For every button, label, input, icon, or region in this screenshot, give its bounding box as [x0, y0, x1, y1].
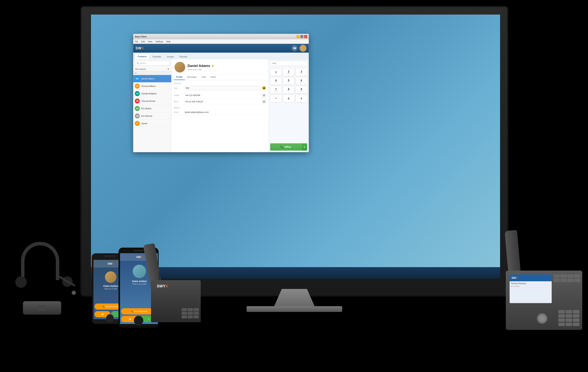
- contact-avatar-daniel: D: [135, 121, 140, 126]
- contact-quote: 'Give me a call.': [188, 68, 265, 71]
- ip-phone-body: SWX Thomas Pearsons 02.11.2014: [506, 271, 582, 330]
- main-content: 🔍 Search All contacts ▼ A DA: [133, 59, 309, 152]
- office-action-button[interactable]: ☎: [262, 99, 266, 104]
- dial-key-0[interactable]: 0: [283, 95, 294, 102]
- desk-phone-keypad: [182, 308, 199, 318]
- ip-phone-screen: SWX Thomas Pearsons 02.11.2014: [510, 274, 552, 303]
- dial-key-4[interactable]: 4 GHI: [270, 77, 282, 85]
- contact-name-daniel-adams: Daniel Adams: [141, 77, 154, 80]
- contact-item-thomas-brown[interactable]: TB Thomas Brown: [133, 98, 171, 105]
- dial-key-2-num: 2: [288, 70, 289, 73]
- detail-tab-messages[interactable]: Messages: [185, 74, 199, 80]
- office-value: +44 12 345 678123: [185, 100, 260, 103]
- contact-item-daniel-adams[interactable]: DA Daniel Adams: [133, 75, 171, 82]
- contact-avatar-daniel-adams: DA: [135, 76, 140, 81]
- user-avatar-button[interactable]: [300, 45, 306, 52]
- contact-name-daniel: Daniel: [141, 122, 147, 125]
- phone-status-icon[interactable]: ☎: [292, 45, 298, 51]
- contact-name-thomas-brown: Thomas Brown: [141, 100, 155, 102]
- dialpad-panel: 1 2 ABC 3 DEF: [269, 59, 309, 152]
- maximize-button[interactable]: □: [300, 35, 303, 38]
- dial-key-7-num: 7: [275, 88, 277, 90]
- contact-item-thomas-allison[interactable]: TA Thomas Allison: [133, 82, 171, 90]
- email-section-label: Email: [174, 107, 266, 109]
- call-dropdown-button[interactable]: ▾: [302, 143, 307, 151]
- ip-screen-header: SWX: [510, 274, 552, 281]
- mobile-label: mobile: [174, 94, 183, 97]
- phone-call-icon: 📞: [280, 146, 283, 148]
- menu-bar: File Edit View Settings Help: [133, 39, 309, 44]
- minimize-button[interactable]: _: [296, 35, 300, 38]
- dial-key-9[interactable]: 9 WXYZ: [295, 86, 307, 94]
- dial-key-6-num: 6: [301, 79, 302, 82]
- dial-key-3-num: 3: [301, 70, 302, 73]
- call-office-button[interactable]: 📞 Office: [270, 143, 302, 151]
- detail-tab-calls[interactable]: Calls: [199, 74, 208, 80]
- tab-groups[interactable]: Groups: [164, 54, 177, 59]
- email-label: email: [174, 111, 183, 113]
- swyx-phone-input[interactable]: [184, 86, 261, 90]
- office-label: office: [174, 101, 183, 103]
- contact-detail-tabs: Profile Messages Calls Notes: [171, 74, 268, 80]
- contacts-filter[interactable]: All contacts ▼: [133, 67, 171, 71]
- contact-item-kim-bennet[interactable]: KB Kim Bennet: [133, 112, 171, 120]
- contact-item-eric-bolton[interactable]: EB Eric Bolton: [133, 105, 171, 112]
- phone-contact-sub-small: Back at 11 AM: [105, 288, 117, 290]
- dial-key-2[interactable]: 2 ABC: [283, 68, 294, 76]
- contact-item-daniel[interactable]: D Daniel: [133, 120, 171, 127]
- contact-avatar-thomas-brown: TB: [135, 98, 140, 104]
- call-button-label: Office: [284, 146, 291, 148]
- dialpad-input[interactable]: [270, 61, 307, 66]
- dial-key-8[interactable]: 8 TUV: [283, 86, 294, 94]
- search-box[interactable]: 🔍 Search: [135, 61, 170, 66]
- tab-favorites[interactable]: Favorites: [150, 54, 164, 59]
- dial-key-7[interactable]: 7 PQRS: [270, 86, 282, 94]
- contact-detail-name-area: Daniel Adams ★ 'Give me a call.': [188, 64, 265, 71]
- ip-screen-logo: SWX: [512, 276, 518, 279]
- detail-tab-profile[interactable]: Profile: [174, 74, 185, 80]
- email-section: Email email daniel.adams@swyx.com: [174, 107, 266, 114]
- dial-key-star[interactable]: *: [270, 95, 282, 102]
- dial-key-5[interactable]: 5 JKL: [283, 77, 294, 85]
- tab-recents[interactable]: Recents: [177, 54, 190, 59]
- menu-file[interactable]: File: [135, 40, 138, 43]
- headset-arc: [21, 242, 59, 280]
- contact-detail-name: Daniel Adams ★: [188, 64, 265, 68]
- header-icons: ☎: [292, 45, 306, 52]
- tab-contacts[interactable]: Contacts: [135, 54, 149, 59]
- contact-detail-header: Daniel Adams ★ 'Give me a call.': [171, 59, 268, 74]
- filter-label: All contacts: [135, 68, 146, 70]
- dial-key-6[interactable]: 6 MNO: [295, 77, 307, 85]
- dial-key-3[interactable]: 3 DEF: [295, 68, 307, 76]
- email-row: email daniel.adams@swyx.com: [174, 110, 266, 114]
- menu-help[interactable]: Help: [166, 40, 170, 43]
- favorite-star-icon[interactable]: ★: [211, 64, 214, 68]
- ip-phone-nav-ring: [536, 313, 548, 324]
- mobile-action-button[interactable]: ☎: [262, 93, 266, 98]
- ip-screen-content: Thomas Pearsons 02.11.2014: [510, 281, 552, 288]
- contact-detail-body: Phone swyx ☎ mobile +44 123 456789: [171, 80, 268, 152]
- monitor-screen: Swyx Client _ □ ✕ File Edit View Setting…: [91, 15, 500, 279]
- swyx-call-button[interactable]: ☎: [262, 86, 266, 90]
- dial-key-2-letters: ABC: [287, 73, 290, 74]
- dial-key-1-num: 1: [275, 71, 277, 74]
- contact-detail-avatar: [175, 62, 185, 73]
- contact-name-kim-bennet: Kim Bennet: [141, 115, 152, 117]
- contact-avatar-eric-bolton: EB: [135, 106, 140, 111]
- phone-contact-name-small: Claire Ashton: [103, 285, 118, 287]
- dial-key-1[interactable]: 1: [270, 68, 282, 76]
- menu-edit[interactable]: Edit: [141, 40, 145, 43]
- filter-dropdown-icon: ▼: [167, 68, 169, 70]
- contacts-panel: 🔍 Search All contacts ▼ A DA: [133, 59, 171, 152]
- detail-tab-notes[interactable]: Notes: [208, 74, 219, 80]
- dial-key-hash[interactable]: #: [295, 95, 307, 102]
- desk-phone-body: SWYX: [151, 280, 201, 322]
- menu-view[interactable]: View: [148, 40, 153, 43]
- dial-key-7-letters: PQRS: [274, 90, 278, 92]
- close-button[interactable]: ✕: [304, 35, 307, 38]
- dial-key-9-num: 9: [301, 88, 302, 90]
- search-icon: 🔍: [136, 62, 139, 64]
- dial-key-9-letters: WXYZ: [299, 90, 304, 92]
- menu-settings[interactable]: Settings: [155, 40, 163, 43]
- contact-item-claudia-brighton[interactable]: CB Claudia Brighton: [133, 90, 171, 98]
